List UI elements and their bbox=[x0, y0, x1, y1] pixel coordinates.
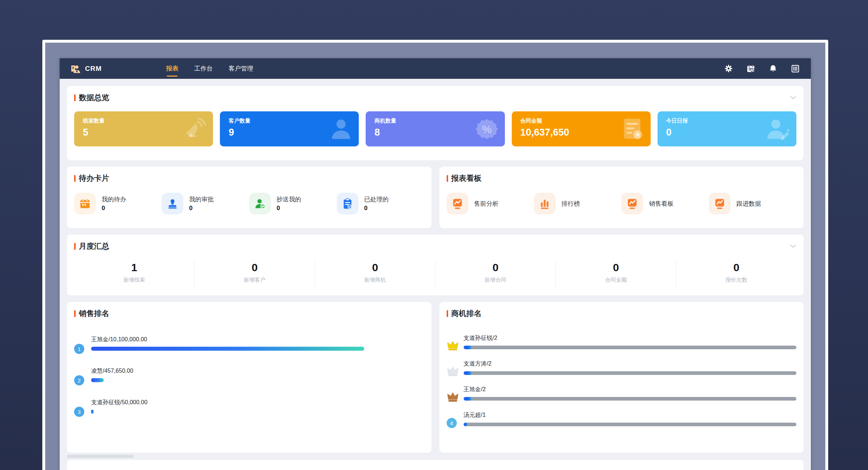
section-accent-bar bbox=[74, 175, 76, 182]
tab-workbench[interactable]: 工作台 bbox=[194, 58, 213, 79]
horizontal-scrollbar-thumb[interactable] bbox=[67, 455, 134, 458]
board-item-followup-data[interactable]: 跟进数据 bbox=[709, 193, 796, 214]
todo-item-count: 0 bbox=[277, 205, 301, 212]
sales-rank-label: 王旭金/10,100,000.00 bbox=[91, 336, 424, 343]
chevron-down-icon[interactable] bbox=[790, 96, 796, 99]
crm-logo-icon bbox=[71, 64, 81, 74]
rank-number-badge: 2 bbox=[74, 375, 84, 385]
notification-bell-icon[interactable] bbox=[769, 64, 778, 73]
stat-card-customers[interactable]: 客户数量 9 bbox=[220, 111, 359, 146]
dashboard-content: 数据总览 线索数量 5 bbox=[60, 79, 811, 470]
opp-rank-track bbox=[464, 423, 797, 426]
board-item-label: 跟进数据 bbox=[736, 200, 761, 208]
section-accent-bar bbox=[447, 175, 448, 182]
todo-item-label: 我的审批 bbox=[189, 195, 214, 204]
stat-value: 0 bbox=[556, 261, 676, 274]
tab-reports[interactable]: 报表 bbox=[166, 58, 178, 79]
opp-rank-label: 汤元超/1 bbox=[464, 411, 797, 419]
opp-rank-label: 支道孙征锐/2 bbox=[464, 334, 797, 342]
stat-label: 新增商机 bbox=[315, 277, 435, 283]
sales-rank-row[interactable]: 3 支道孙征锐/50,000.00 bbox=[74, 399, 424, 414]
clipboard-check-icon bbox=[341, 197, 354, 210]
todo-item-count: 0 bbox=[189, 205, 214, 212]
bar-chart-icon bbox=[538, 197, 551, 210]
contract-doc-icon bbox=[622, 117, 644, 141]
opp-rank-row[interactable]: 支道方涛/2 bbox=[447, 360, 797, 375]
sales-rank-label: 支道孙征锐/50,000.00 bbox=[91, 399, 424, 406]
sales-rank-row[interactable]: 1 王旭金/10,100,000.00 bbox=[74, 336, 424, 351]
section-accent-bar bbox=[447, 310, 448, 317]
svg-text:%: % bbox=[482, 123, 492, 135]
todo-item-label: 我的待办 bbox=[102, 195, 126, 204]
opp-rank-row[interactable]: 4 汤元超/1 bbox=[447, 411, 797, 426]
stat-card-daily-report[interactable]: 今日日报 0 bbox=[658, 111, 796, 146]
section-accent-bar bbox=[74, 243, 76, 250]
settings-gear-icon[interactable] bbox=[724, 64, 733, 73]
todo-item-my-todos[interactable]: 我的待办 0 bbox=[74, 193, 162, 214]
stat-card-contract-amount[interactable]: 合同金额 10,637,650 bbox=[512, 111, 651, 146]
app-window-frame: CRM 报表 工作台 客户管理 bbox=[42, 40, 828, 470]
stat-value: 0 bbox=[315, 261, 435, 274]
cc-person-icon bbox=[254, 197, 266, 210]
board-items: 售前分析 排行榜 bbox=[447, 193, 797, 214]
section-title-overview: 数据总览 bbox=[79, 93, 109, 103]
opp-rank-row[interactable]: 王旭金/2 bbox=[447, 386, 797, 401]
opp-rank-track bbox=[464, 346, 797, 349]
sales-rank-row[interactable]: 2 凌慧/457,650.00 bbox=[74, 367, 424, 382]
stamp-icon bbox=[166, 197, 179, 210]
panel-sliders-icon[interactable] bbox=[791, 64, 800, 73]
schedule-calendar-icon[interactable] bbox=[746, 64, 756, 73]
section-accent-bar bbox=[74, 310, 76, 317]
todo-item-my-approvals[interactable]: 我的审批 0 bbox=[162, 193, 249, 214]
monthly-stats: 1 新增线索 0 新增客户 0 新增商机 0 新增合同 bbox=[74, 260, 796, 287]
opp-rank-label: 王旭金/2 bbox=[464, 386, 797, 393]
nav-actions bbox=[724, 64, 800, 73]
todo-item-processed[interactable]: 已处理的 0 bbox=[337, 193, 424, 214]
monthly-stat-new-contracts: 0 新增合同 bbox=[435, 260, 556, 287]
line-chart-icon bbox=[451, 197, 464, 210]
customer-icon bbox=[330, 118, 352, 140]
todo-item-cc-to-me[interactable]: 抄送我的 0 bbox=[249, 193, 337, 214]
section-title-sales-rank: 销售排名 bbox=[79, 308, 109, 319]
sales-rank-label: 凌慧/457,650.00 bbox=[91, 367, 424, 375]
board-item-label: 售前分析 bbox=[474, 200, 499, 208]
calendar-icon bbox=[79, 197, 91, 210]
stat-value: 0 bbox=[195, 261, 315, 274]
todo-item-label: 抄送我的 bbox=[277, 195, 301, 204]
stat-label: 新增合同 bbox=[435, 277, 556, 283]
section-title-opp-rank: 商机排名 bbox=[451, 308, 482, 319]
stat-card-opportunities[interactable]: 商机数量 8 % bbox=[366, 111, 505, 146]
tab-customer-management[interactable]: 客户管理 bbox=[229, 58, 253, 79]
bronze-crown-icon bbox=[447, 392, 459, 402]
sales-rank-bar bbox=[91, 347, 364, 351]
opp-rank-row[interactable]: 支道孙征锐/2 bbox=[447, 334, 797, 349]
report-writer-icon bbox=[766, 118, 790, 141]
stat-card-row: 线索数量 5 bbox=[74, 111, 796, 146]
rank-number-badge: 3 bbox=[74, 407, 84, 417]
sales-ranking-list: 1 王旭金/10,100,000.00 2 凌慧/457,650.00 3 支道… bbox=[74, 336, 424, 414]
board-item-label: 排行榜 bbox=[561, 200, 580, 208]
todo-item-count: 0 bbox=[364, 205, 389, 212]
section-title-boards: 报表看板 bbox=[451, 173, 482, 183]
board-item-leaderboard[interactable]: 排行榜 bbox=[534, 193, 621, 214]
board-item-presales-analysis[interactable]: 售前分析 bbox=[447, 193, 534, 214]
line-chart-icon bbox=[713, 197, 726, 210]
report-boards-card: 报表看板 售前分析 bbox=[439, 167, 804, 228]
chevron-down-icon[interactable] bbox=[790, 244, 796, 248]
opp-rank-label: 支道方涛/2 bbox=[464, 360, 797, 368]
monthly-stat-new-customers: 0 新增客户 bbox=[195, 260, 315, 287]
monthly-summary-card: 月度汇总 1 新增线索 0 新增客户 0 bbox=[67, 235, 804, 295]
board-item-sales-board[interactable]: 销售看板 bbox=[621, 193, 709, 214]
opp-rank-bar bbox=[464, 371, 472, 375]
section-title-todo: 待办卡片 bbox=[79, 173, 109, 183]
monthly-stat-quote-count: 0 报价次数 bbox=[676, 260, 796, 287]
monthly-stat-new-leads: 1 新增线索 bbox=[74, 260, 195, 287]
top-navbar: CRM 报表 工作台 客户管理 bbox=[60, 58, 811, 79]
stat-card-leads[interactable]: 线索数量 5 bbox=[74, 111, 213, 146]
brand: CRM bbox=[71, 64, 102, 74]
monthly-stat-contract-amount: 0 合同金额 bbox=[556, 260, 676, 287]
opp-rank-track bbox=[464, 397, 797, 401]
stat-label: 新增客户 bbox=[195, 277, 315, 283]
satellite-icon bbox=[181, 118, 207, 141]
todo-items: 我的待办 0 bbox=[74, 193, 424, 214]
